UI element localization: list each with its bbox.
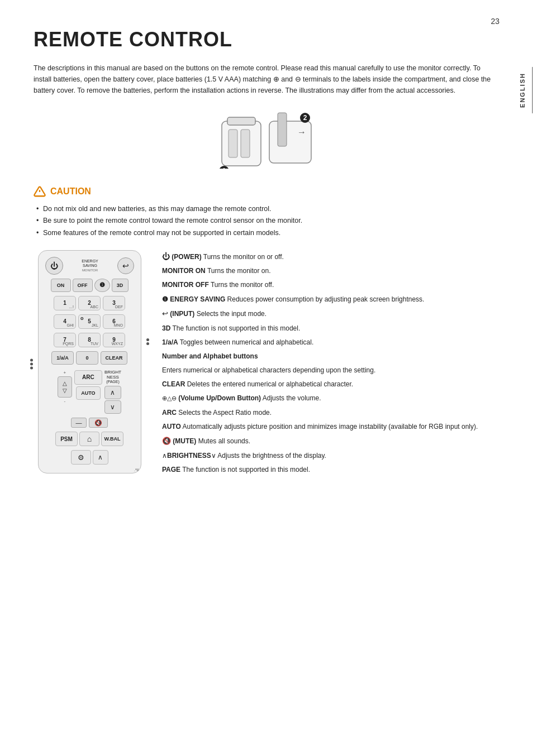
3d-button[interactable]: 3D xyxy=(112,279,129,292)
desc-mute: 🔇 (MUTE) Mutes all sounds. xyxy=(162,436,499,447)
up-button[interactable]: ∧ xyxy=(93,450,108,465)
desc-number-alpha: Enters numerical or alphabetical charact… xyxy=(162,365,499,376)
desc-1a: 1/a/A Toggles between numerical and alph… xyxy=(162,337,499,348)
caution-icon xyxy=(34,185,46,198)
input-button[interactable]: ↩ xyxy=(117,257,134,274)
on-button[interactable]: ON xyxy=(51,279,71,292)
clear-button[interactable]: CLEAR xyxy=(101,351,127,365)
english-sidebar: ENGLISH xyxy=(516,67,533,113)
side-dots-right xyxy=(146,338,149,345)
svg-text:1: 1 xyxy=(222,167,226,169)
volume-control[interactable]: △ ▽ xyxy=(58,376,72,398)
desc-page: PAGE The function is not supported in th… xyxy=(162,465,499,475)
intro-text: The descriptions in this manual are base… xyxy=(34,63,492,96)
caution-title: CAUTION xyxy=(34,185,499,198)
descriptions: ⏻ (POWER) Turns the monitor on or off. M… xyxy=(162,250,499,479)
svg-rect-2 xyxy=(229,130,237,157)
desc-brightness: ∧BRIGHTNESS∨ Adjusts the brightness of t… xyxy=(162,451,499,461)
main-content: ⏻ ENERGY SAVING MONITOR ↩ ON OFF xyxy=(34,250,499,479)
desc-input: ↩ (INPUT) Selects the input mode. xyxy=(162,308,499,320)
battery-illustration: 1 → 2 xyxy=(34,107,499,169)
mute-button[interactable]: 🔇 xyxy=(89,418,108,428)
desc-monitor-on: MONITOR ON Turns the monitor on. xyxy=(162,266,499,276)
zero-button[interactable]: 0.*# xyxy=(76,351,98,365)
svg-text:2: 2 xyxy=(303,114,307,122)
side-dots-left xyxy=(30,359,33,370)
brightness-up-button[interactable]: ∧ xyxy=(104,386,121,399)
num7-button[interactable]: 7PQRS xyxy=(54,333,76,347)
caution-item: Do not mix old and new batteries, as thi… xyxy=(36,203,499,215)
desc-number-alpha-title: Number and Alphabet buttons xyxy=(162,351,499,362)
off-button[interactable]: OFF xyxy=(73,279,93,292)
num6-button[interactable]: 6MNO xyxy=(103,314,125,329)
caution-item: Some features of the remote control may … xyxy=(36,227,499,239)
remote-container: ⏻ ENERGY SAVING MONITOR ↩ ON OFF xyxy=(34,250,145,479)
caution-list: Do not mix old and new batteries, as thi… xyxy=(34,203,499,239)
caution-item: Be sure to point the remote control towa… xyxy=(36,215,499,227)
1a-button[interactable]: 1/a/A xyxy=(51,351,74,365)
num9-button[interactable]: 9WXYZ xyxy=(103,333,125,347)
desc-3d: 3D The function is not supported in this… xyxy=(162,323,499,334)
desc-auto: AUTO Automatically adjusts picture posit… xyxy=(162,422,499,432)
desc-monitor-off: MONITOR OFF Turns the monitor off. xyxy=(162,280,499,290)
gear-button[interactable]: ⚙ xyxy=(71,450,91,465)
remote-control: ⏻ ENERGY SAVING MONITOR ↩ ON OFF xyxy=(38,250,141,473)
brightness-label: BRIGHTNESS(PAGE) xyxy=(104,370,121,385)
desc-power: ⏻ (POWER) Turns the monitor on or off. xyxy=(162,250,499,262)
energy-saving-label: ENERGY SAVING MONITOR xyxy=(82,259,98,272)
svg-text:→: → xyxy=(297,127,306,137)
brightness-down-button[interactable]: ∨ xyxy=(104,400,121,414)
page-title: REMOTE CONTROL xyxy=(34,28,499,51)
desc-arc: ARC Selects the Aspect Ratio mode. xyxy=(162,408,499,418)
svg-rect-1 xyxy=(227,117,255,125)
power-button[interactable]: ⏻ xyxy=(45,257,63,275)
svg-rect-8 xyxy=(278,113,287,146)
num2-button[interactable]: 2ABC xyxy=(78,296,101,310)
psm-button[interactable]: PSM xyxy=(55,432,78,446)
arc-button[interactable]: ARC xyxy=(74,370,102,385)
caution-section: CAUTION Do not mix old and new batteries… xyxy=(34,185,499,239)
wbal-button[interactable]: W.BAL xyxy=(101,432,123,446)
svg-rect-3 xyxy=(241,130,250,157)
num4-button[interactable]: 4GHI xyxy=(54,314,76,329)
auto-button[interactable]: AUTO xyxy=(76,386,101,400)
desc-energy-saving: ❶ ENERGY SAVING Reduces power consumptio… xyxy=(162,294,499,305)
energy1-button[interactable]: ❶ xyxy=(94,279,110,292)
num8-button[interactable]: 8TUV xyxy=(78,333,101,347)
desc-clear: CLEAR Deletes the entered numerical or a… xyxy=(162,379,499,390)
desc-volume: ⊕△⊖ (Volume Up/Down Button) Adjusts the … xyxy=(162,393,499,404)
num1-button[interactable]: 1…! xyxy=(54,296,76,310)
home-button[interactable]: ⌂ xyxy=(79,432,99,446)
page-number: 23 xyxy=(491,17,499,26)
num3-button[interactable]: 3DEF xyxy=(103,296,125,310)
num5-button[interactable]: o5JKL xyxy=(78,314,101,329)
line-button[interactable]: — xyxy=(71,418,87,428)
